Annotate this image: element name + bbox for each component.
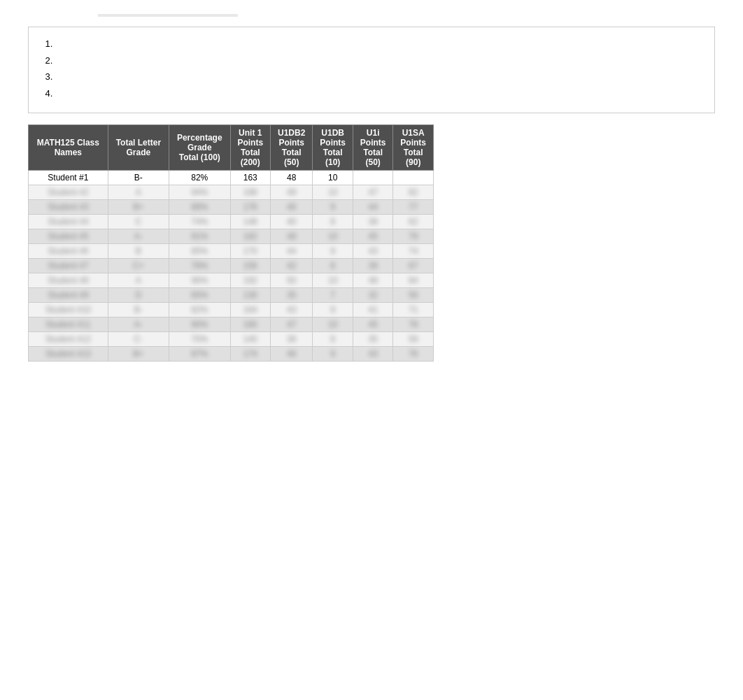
table-cell-blurred: 59 xyxy=(393,332,434,347)
col-header-percentage: PercentageGradeTotal (100) xyxy=(169,125,231,171)
table-cell-blurred: Student #4 xyxy=(29,215,108,229)
col-header-u1db: U1DBPointsTotal(10) xyxy=(313,125,353,171)
name-line xyxy=(28,14,715,17)
header-section xyxy=(28,14,715,17)
name-value xyxy=(98,14,238,17)
table-cell-blurred: 164 xyxy=(230,303,271,317)
table-row: Student #5A-91%18248104579 xyxy=(29,229,434,244)
table-cell-blurred: 8 xyxy=(313,215,353,229)
col-header-letter-grade: Total LetterGrade xyxy=(108,125,169,171)
table-cell-blurred: 9 xyxy=(313,200,353,215)
objective-4 xyxy=(55,87,702,101)
table-cell-blurred: 130 xyxy=(230,288,271,303)
table-cell-blurred: Student #13 xyxy=(29,347,108,362)
table-row: Student #2A94%18849104782 xyxy=(29,185,434,200)
table-cell-blurred: 10 xyxy=(313,185,353,200)
table-cell-blurred: 70% xyxy=(169,332,231,347)
table-cell-blurred: 9 xyxy=(313,303,353,317)
table-row: Student #7C+78%1564283967 xyxy=(29,259,434,273)
table-cell-blurred: B xyxy=(108,244,169,259)
table-cell-blurred: Student #7 xyxy=(29,259,108,273)
table-cell-blurred: 43 xyxy=(353,347,393,362)
table-cell-blurred: C+ xyxy=(108,259,169,273)
table-cell-blurred: 188 xyxy=(230,185,271,200)
table-cell-blurred: C xyxy=(108,215,169,229)
table-cell-blurred: 45 xyxy=(353,317,393,332)
table-row: Student #10B-82%1644394171 xyxy=(29,303,434,317)
table-cell-blurred: 48 xyxy=(271,229,313,244)
table-cell-blurred: 176 xyxy=(230,200,271,215)
table-cell-blurred: 78% xyxy=(169,259,231,273)
table-cell-blurred: Student #8 xyxy=(29,273,108,288)
table-cell-blurred: 78 xyxy=(393,317,434,332)
table-row: Student #11A-90%18047104578 xyxy=(29,317,434,332)
table-cell-blurred: 10 xyxy=(313,317,353,332)
table-cell-blurred: 74% xyxy=(169,215,231,229)
col-header-unit1-points: Unit 1PointsTotal(200) xyxy=(230,125,271,171)
table-cell-blurred: 43 xyxy=(353,244,393,259)
col-header-u1db2: U1DB2PointsTotal(50) xyxy=(271,125,313,171)
col-header-u1sa: U1SAPointsTotal(90) xyxy=(393,125,434,171)
table-cell-blurred: B- xyxy=(108,303,169,317)
table-cell-blurred: 170 xyxy=(230,244,271,259)
table-row: Student #1B-82%1634810 xyxy=(29,171,434,185)
table-cell-blurred: 76 xyxy=(393,347,434,362)
table-cell-blurred: 10 xyxy=(313,273,353,288)
table-cell-blurred: 47 xyxy=(353,185,393,200)
table-row: Student #3B+88%1764694477 xyxy=(29,200,434,215)
objectives-list xyxy=(55,37,702,100)
table-cell-blurred: Student #11 xyxy=(29,317,108,332)
table-cell-blurred: 62 xyxy=(393,215,434,229)
table-cell: Student #1 xyxy=(29,171,108,185)
table-cell-blurred: 40 xyxy=(271,215,313,229)
table-cell-blurred: 91% xyxy=(169,229,231,244)
table-cell-blurred: B+ xyxy=(108,200,169,215)
table-row: Student #6B85%1704494374 xyxy=(29,244,434,259)
table-cell-blurred: 35 xyxy=(271,288,313,303)
table-cell-blurred: 32 xyxy=(353,288,393,303)
table-body: Student #1B-82%1634810Student #2A94%1884… xyxy=(29,171,434,362)
table-cell-blurred: 56 xyxy=(393,288,434,303)
table-cell-blurred: 192 xyxy=(230,273,271,288)
table-cell: 163 xyxy=(230,171,271,185)
table-cell-blurred: 49 xyxy=(271,185,313,200)
objectives-box xyxy=(28,27,715,113)
table-cell-blurred: 90% xyxy=(169,317,231,332)
objective-3 xyxy=(55,70,702,84)
table-cell-blurred: 79 xyxy=(393,229,434,244)
table-cell-blurred: A xyxy=(108,273,169,288)
table-cell-blurred: Student #12 xyxy=(29,332,108,347)
table-cell-blurred: 47 xyxy=(271,317,313,332)
table-row: Student #12C-70%1403883559 xyxy=(29,332,434,347)
col-header-class-names: MATH125 ClassNames xyxy=(29,125,108,171)
table-header-row: MATH125 ClassNames Total LetterGrade Per… xyxy=(29,125,434,171)
table-cell-blurred: 10 xyxy=(313,229,353,244)
table-cell-blurred: 94% xyxy=(169,185,231,200)
table-cell-blurred: 82% xyxy=(169,303,231,317)
table-cell-blurred: 8 xyxy=(313,332,353,347)
table-cell-blurred: 67 xyxy=(393,259,434,273)
table-cell-blurred: 77 xyxy=(393,200,434,215)
table-cell-blurred: Student #3 xyxy=(29,200,108,215)
table-cell-blurred: Student #10 xyxy=(29,303,108,317)
table-cell-blurred: 174 xyxy=(230,347,271,362)
table-cell-blurred: 84 xyxy=(393,273,434,288)
table-cell-blurred: 85% xyxy=(169,244,231,259)
table-cell-blurred: Student #2 xyxy=(29,185,108,200)
table-cell-blurred: Student #6 xyxy=(29,244,108,259)
table-cell-blurred: 88% xyxy=(169,200,231,215)
table-row: Student #4C74%1484083862 xyxy=(29,215,434,229)
table-cell-blurred: C- xyxy=(108,332,169,347)
table-cell-blurred: 44 xyxy=(353,200,393,215)
table-cell-blurred: Student #9 xyxy=(29,288,108,303)
table-cell-blurred: 182 xyxy=(230,229,271,244)
table-cell-blurred: 65% xyxy=(169,288,231,303)
table-cell-blurred: A- xyxy=(108,229,169,244)
table-cell-blurred: 46 xyxy=(271,347,313,362)
table-cell-blurred: 87% xyxy=(169,347,231,362)
table-cell-blurred: B+ xyxy=(108,347,169,362)
table-cell-blurred: 96% xyxy=(169,273,231,288)
table-cell: 10 xyxy=(313,171,353,185)
table-cell: 48 xyxy=(271,171,313,185)
table-cell-blurred: 71 xyxy=(393,303,434,317)
